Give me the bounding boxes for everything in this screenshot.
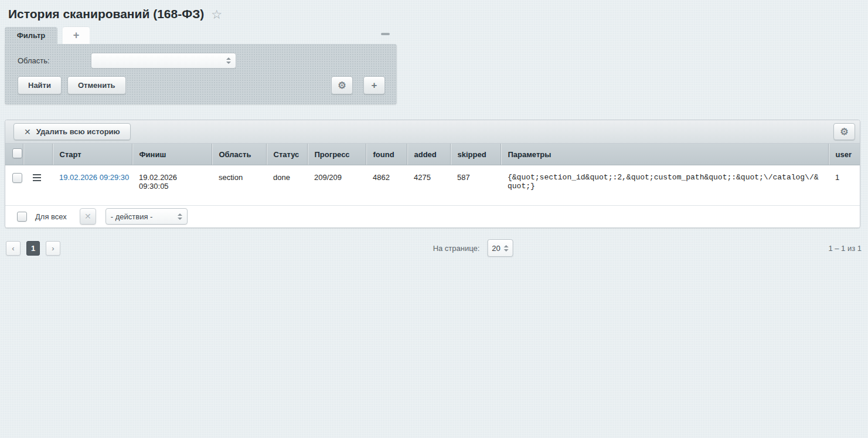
gear-icon: ⚙ [840,126,848,137]
select-all-checkbox[interactable] [12,148,22,158]
for-all-checkbox[interactable] [17,212,27,222]
close-icon: ✕ [24,127,31,137]
cell-user: 1 [828,165,860,205]
plus-icon: + [73,29,80,42]
cell-finish: 19.02.2026 09:30:05 [132,165,212,205]
delete-all-history-label: Удалить всю историю [36,127,120,136]
next-page-button[interactable]: › [46,241,60,256]
filter-panel: Область: Найти Отменить ⚙ + [5,44,397,104]
grid-footer: Для всех ✕ - действия - [5,205,860,228]
cell-area: section [212,165,266,205]
apply-action-button[interactable]: ✕ [80,208,96,225]
chevron-left-icon: ‹ [12,244,14,253]
pagination: ‹ 1 › На странице: 20 1 – 1 из 1 [6,241,862,256]
page-size-label: На странице: [433,244,480,253]
stepper-icon [503,245,508,252]
favorite-star-icon[interactable]: ☆ [211,8,222,21]
cell-start: 19.02.2026 09:29:30 [52,165,132,205]
column-status[interactable]: Статус [266,144,307,165]
find-button[interactable]: Найти [18,76,62,94]
cell-added: 4275 [407,165,450,205]
cancel-button[interactable]: Отменить [67,76,126,94]
cell-skipped: 587 [450,165,501,205]
close-icon: ✕ [84,212,91,221]
column-params[interactable]: Параметры [501,144,828,165]
stepper-icon [226,57,231,64]
column-found[interactable]: found [366,144,407,165]
page-buttons: ‹ 1 › [6,241,60,256]
prev-page-button[interactable]: ‹ [6,241,21,256]
actions-column-header [23,144,52,165]
stepper-icon [178,213,182,220]
table-row: 19.02.2026 09:29:30 19.02.2026 09:30:05 … [5,165,860,205]
gear-icon: ⚙ [338,80,346,91]
cell-found: 4862 [366,165,407,205]
admin-page: История сканирований (168-ФЗ) ☆ Фильтр +… [0,0,868,256]
actions-select[interactable]: - действия - [105,208,188,225]
area-field-label: Область: [13,56,91,65]
cell-status: done [266,165,307,205]
row-checkbox-cell [5,165,23,205]
column-added[interactable]: added [407,144,450,165]
page-title: История сканирований (168-ФЗ) [8,7,204,21]
filter-block: Фильтр + Область: Найти Отменить ⚙ + [5,27,397,104]
filter-settings-button[interactable]: ⚙ [331,76,353,94]
grid-settings-button[interactable]: ⚙ [833,123,855,140]
column-start[interactable]: Старт [52,144,132,165]
column-skipped[interactable]: skipped [450,144,501,165]
area-select[interactable] [91,53,236,69]
grid-table: Старт Финиш Область Статус Прогресс foun… [5,144,860,205]
actions-select-value: - действия - [111,212,153,221]
page-size-value: 20 [492,244,500,253]
cell-params: {&quot;section_id&quot;:2,&quot;custom_p… [501,165,828,205]
minimize-filter-icon[interactable] [381,33,390,35]
tab-filter[interactable]: Фильтр [5,27,57,44]
column-area[interactable]: Область [212,144,266,165]
page-size-control: На странице: 20 [433,239,513,257]
add-filter-tab[interactable]: + [63,27,90,44]
select-all-header [5,144,23,165]
record-counter: 1 – 1 из 1 [828,244,862,253]
current-page-button[interactable]: 1 [26,241,40,256]
column-progress[interactable]: Прогресс [307,144,366,165]
filter-buttons: Найти Отменить ⚙ + [18,76,385,94]
filter-field-area: Область: [13,52,385,69]
plus-icon: + [372,80,377,91]
page-size-select[interactable]: 20 [487,239,513,257]
page-header: История сканирований (168-ФЗ) ☆ [8,7,860,21]
scan-history-grid: ✕ Удалить всю историю ⚙ Старт Финиш Обла… [5,120,860,228]
row-menu-cell [23,165,52,205]
column-user[interactable]: user [828,144,860,165]
filter-tabs: Фильтр + [5,27,397,44]
for-all-label: Для всех [35,212,67,221]
column-finish[interactable]: Финиш [132,144,212,165]
filter-add-button[interactable]: + [363,76,385,94]
delete-all-history-button[interactable]: ✕ Удалить всю историю [13,123,131,140]
start-date-link[interactable]: 19.02.2026 09:29:30 [59,173,129,182]
cell-progress: 209/209 [307,165,366,205]
chevron-right-icon: › [52,244,54,253]
row-menu-icon[interactable] [33,174,41,181]
grid-header-row: Старт Финиш Область Статус Прогресс foun… [5,144,860,165]
row-checkbox[interactable] [12,173,22,183]
grid-toolbar: ✕ Удалить всю историю ⚙ [5,120,860,144]
